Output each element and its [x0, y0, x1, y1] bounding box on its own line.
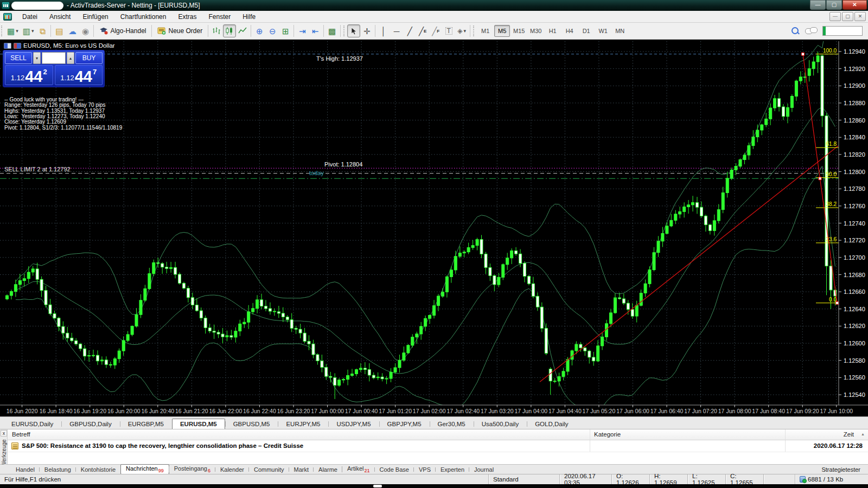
depth-of-market-icon[interactable] — [14, 43, 21, 49]
menu-item[interactable]: Hilfe — [237, 11, 261, 22]
chart-tab[interactable]: USDJPY,M5 — [328, 419, 379, 429]
toolbox-tab[interactable]: Alarme — [314, 466, 342, 473]
algo-trading-button[interactable]: Algo-Handel — [95, 25, 150, 36]
chart-tab-label: Ger30,M5 — [438, 421, 465, 427]
restore-button[interactable]: ▢ — [826, 0, 842, 10]
search-input[interactable] — [822, 26, 863, 36]
new-order-button[interactable]: Neue Order — [154, 25, 206, 36]
menu-item[interactable]: Einfügen — [76, 11, 114, 22]
one-click-toggle-icon[interactable] — [4, 43, 11, 49]
shapes-tool-button[interactable]: ◈ ▾ — [455, 24, 468, 37]
toolbox-tab[interactable]: Kalender — [215, 466, 249, 473]
timeframe-label: D1 — [583, 28, 590, 34]
zoom-in-button[interactable]: ⊕ — [253, 24, 266, 37]
candlestick-chart-button[interactable] — [223, 24, 236, 37]
menu-item[interactable]: Ansicht — [43, 11, 76, 22]
news-row[interactable]: S&P 500: Resistance at 3190 to cap the r… — [8, 440, 868, 452]
tile-windows-button[interactable]: ⊞ — [279, 24, 292, 37]
chart-tab[interactable]: EURJPY,M5 — [278, 419, 328, 429]
new-chart-button[interactable]: ▦ ▾ — [5, 24, 21, 37]
timeframe-button[interactable]: M30 — [528, 25, 544, 37]
channel-tool-button[interactable]: ╱E — [416, 24, 429, 37]
crosshair-tool-button[interactable]: ✛ — [360, 24, 373, 37]
toolbox-tab[interactable]: VPS — [414, 466, 436, 473]
vertical-line-tool-button[interactable]: │ — [377, 24, 390, 37]
toolbar-grip[interactable] — [1, 25, 4, 36]
sell-price[interactable]: 1.12 44 2 — [5, 65, 53, 85]
chart-tab[interactable]: GBPUSD,Daily — [61, 419, 119, 429]
minimize-button[interactable]: — — [810, 0, 826, 10]
signal-button[interactable]: ◉ — [79, 24, 92, 37]
toolbar-grip[interactable] — [473, 25, 476, 36]
toolbox-tab[interactable]: Markt — [289, 466, 314, 473]
auto-scroll-button[interactable]: ⇥ — [296, 24, 309, 37]
cursor-tool-button[interactable] — [347, 24, 360, 37]
cloud-button[interactable]: ☁ — [66, 24, 79, 37]
chart-tab[interactable]: EURUSD,M5 — [172, 419, 225, 429]
system-menu-icon[interactable] — [3, 13, 12, 21]
templates-button[interactable]: ▩ — [326, 24, 339, 37]
profiles-button[interactable]: ▥ ▾ — [21, 24, 36, 37]
close-button[interactable]: ✕ — [843, 0, 867, 10]
column-header-category[interactable]: Kategorie — [594, 431, 621, 438]
chart-shift-button[interactable]: ⇤ — [309, 24, 322, 37]
timeframe-button[interactable]: W1 — [595, 25, 611, 37]
chart-tab[interactable]: Usa500,Daily — [474, 419, 527, 429]
child-minimize-button[interactable]: — — [829, 12, 841, 21]
child-close-button[interactable]: ✕ — [854, 12, 866, 21]
timeframe-button[interactable]: H1 — [545, 25, 560, 37]
price-chart[interactable]: 100.061.850.038.223.60.0T's High: 1.1293… — [0, 41, 868, 416]
timeframe-button[interactable]: M5 — [494, 25, 510, 37]
toolbox-tab[interactable]: Artikel21 — [342, 465, 375, 474]
toolbox-tab[interactable]: Belastung — [40, 466, 76, 473]
menu-item[interactable]: Extras — [172, 11, 202, 22]
horizontal-line-tool-button[interactable]: ─ — [390, 24, 403, 37]
volume-input[interactable] — [42, 52, 66, 64]
toolbox-tab[interactable]: Code Base — [375, 466, 414, 473]
buy-price[interactable]: 1.12 44 7 — [55, 65, 103, 85]
toolbox-tab[interactable]: Journal — [469, 466, 499, 473]
chart-tab[interactable]: GBPJPY,M5 — [379, 419, 430, 429]
menu-item[interactable]: Datei — [16, 11, 43, 22]
toolbox-tab[interactable]: Posteingang6 — [169, 465, 215, 474]
column-header-time[interactable]: Zeit — [844, 431, 854, 438]
chart-tab[interactable]: EURUSD,Daily — [3, 419, 61, 429]
title-bar: - ActivTrades-Server - Netting - [EURUSD… — [0, 0, 868, 11]
zoom-in-icon: ⊕ — [256, 27, 263, 35]
toolbox-tab[interactable]: Kontohistorie — [76, 466, 120, 473]
accounts-button[interactable]: ⧉ — [36, 24, 49, 37]
toolbox-tab[interactable]: Community — [249, 466, 289, 473]
line-chart-button[interactable] — [236, 24, 249, 37]
bar-chart-button[interactable] — [210, 24, 223, 37]
chart-tab[interactable]: EURGBP,M5 — [120, 419, 172, 429]
timeframe-button[interactable]: H4 — [561, 25, 577, 37]
chart-tab[interactable]: Ger30,M5 — [430, 419, 474, 429]
timeframe-button[interactable]: MN — [612, 25, 628, 37]
market-watch-button[interactable]: ▤ — [53, 24, 66, 37]
sell-button[interactable]: SELL — [5, 52, 32, 64]
buy-button[interactable]: BUY — [75, 52, 103, 64]
menu-item[interactable]: Chartfunktionen — [114, 11, 173, 22]
timeframe-button[interactable]: D1 — [578, 25, 594, 37]
chart-tab[interactable]: GOLD,Daily — [527, 419, 576, 429]
chart-tab[interactable]: GBPUSD,M5 — [225, 419, 278, 429]
volume-up-button[interactable]: ▴ — [67, 52, 74, 64]
chat-icon[interactable] — [805, 27, 817, 35]
trendline-tool-button[interactable]: ╱ — [403, 24, 416, 37]
toolbox-tab[interactable]: Experten — [436, 466, 469, 473]
text-tool-button[interactable]: T — [442, 24, 455, 37]
child-restore-button[interactable]: ▢ — [842, 12, 853, 21]
fibonacci-tool-button[interactable]: ╱F — [429, 24, 442, 37]
status-profile[interactable]: Standard — [488, 474, 559, 484]
strategy-tester-link[interactable]: Strategietester — [821, 466, 860, 473]
column-header-subject[interactable]: Betreff — [12, 431, 30, 438]
volume-down-button[interactable]: ▾ — [33, 52, 41, 64]
timeframe-button[interactable]: M1 — [477, 25, 493, 37]
menu-item[interactable]: Fenster — [203, 11, 237, 22]
toolbox-tab[interactable]: Nachrichten99 — [120, 464, 169, 474]
zoom-out-button[interactable]: ⊖ — [266, 24, 279, 37]
timeframe-button[interactable]: M15 — [511, 25, 527, 37]
search-icon[interactable] — [791, 27, 800, 35]
toolbar-grip[interactable] — [343, 25, 346, 36]
toolbox-tab[interactable]: Handel — [11, 466, 40, 473]
